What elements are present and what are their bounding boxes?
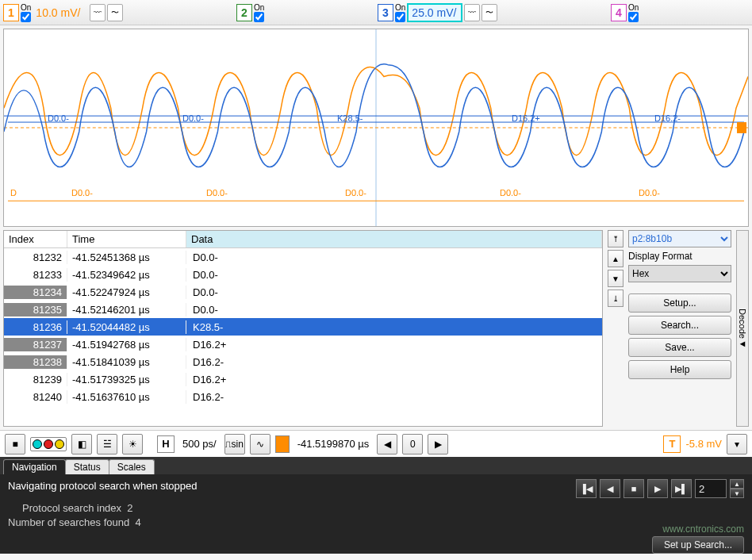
channel-3-impedance-icon[interactable]: 〜 <box>482 4 497 21</box>
table-row[interactable]: 81235-41.52146201 µsD0.0- <box>4 301 602 318</box>
nav-searches-found: Number of searches found 4 <box>8 516 744 530</box>
channel-1-button[interactable]: 1 <box>3 4 19 21</box>
nav-protocol-index: Protocol search index 2 <box>8 501 744 516</box>
display-format-label: Display Format <box>628 251 731 262</box>
channel-1-scale[interactable]: 10.0 mV/ <box>33 6 88 19</box>
cell-data: D16.2- <box>186 390 602 404</box>
decoder-select[interactable]: p2:8b10b <box>628 230 731 247</box>
col-data[interactable]: Data <box>186 231 602 247</box>
trigger-menu-button[interactable]: ▾ <box>727 434 747 455</box>
channel-1-on-label: On <box>21 3 31 12</box>
channel-3-coupling-icon[interactable]: 〰 <box>464 4 480 21</box>
table-row[interactable]: 81239-41.51739325 µsD16.2+ <box>4 370 602 388</box>
channel-1-coupling-icon[interactable]: 〰 <box>90 4 106 21</box>
channel-2-on-checkbox[interactable] <box>254 12 264 22</box>
cell-data: D0.0- <box>186 251 602 264</box>
delay-right-button[interactable]: ▶ <box>428 434 448 455</box>
horizontal-icon[interactable]: H <box>157 435 175 453</box>
run-stop-button[interactable]: ■ <box>5 434 25 455</box>
scroll-bottom-button[interactable]: ⤓ <box>608 290 623 307</box>
waveform-svg <box>4 29 748 226</box>
nav-prev-button[interactable]: ◀ <box>600 479 620 498</box>
nav-first-button[interactable]: ▐◀ <box>576 479 597 498</box>
cell-data: K28.5- <box>186 320 602 334</box>
delay-value[interactable]: -41.5199870 µs <box>294 438 373 450</box>
table-body[interactable]: 81232-41.52451368 µsD0.0-81233-41.523496… <box>4 248 602 426</box>
layers-button[interactable]: ☱ <box>97 434 117 455</box>
channel-1-on-checkbox[interactable] <box>21 12 31 22</box>
col-index[interactable]: Index <box>4 231 67 247</box>
channel-4-button[interactable]: 4 <box>611 4 627 21</box>
help-button[interactable]: Help <box>628 360 731 379</box>
channel-bar: 1 On 10.0 mV/ 〰 〜 2 On 3 On 25.0 mV/ 〰 〜… <box>0 0 752 25</box>
cell-time: -41.52044482 µs <box>67 320 186 334</box>
channel-1-impedance-icon[interactable]: 〜 <box>107 4 123 21</box>
save-button[interactable]: Save... <box>628 338 731 357</box>
cell-index: 81240 <box>4 390 67 404</box>
channel-3-scale[interactable]: 25.0 mV/ <box>407 3 462 22</box>
delay-left-button[interactable]: ◀ <box>377 434 397 455</box>
channel-3-group: 3 On 25.0 mV/ 〰 〜 <box>378 3 497 22</box>
cell-index: 81233 <box>4 268 67 282</box>
trigger-level[interactable]: -5.8 mV <box>685 438 722 450</box>
table-row[interactable]: 81233-41.52349642 µsD0.0- <box>4 266 602 283</box>
cell-index: 81238 <box>4 355 67 369</box>
color-grade-buttons[interactable] <box>30 437 67 451</box>
table-row[interactable]: 81234-41.52247924 µsD0.0- <box>4 283 602 301</box>
trigger-position-icon[interactable] <box>275 435 290 453</box>
cell-index: 81232 <box>4 251 67 264</box>
cell-time: -41.51942768 µs <box>67 338 186 351</box>
channel-2-on-box: On <box>254 3 264 22</box>
nav-index-input[interactable] <box>695 479 727 498</box>
cell-data: D16.2+ <box>186 338 602 351</box>
cell-time: -41.52146201 µs <box>67 303 186 316</box>
channel-2-on-label: On <box>254 3 264 12</box>
channel-4-on-box: On <box>628 3 639 22</box>
persistence-button[interactable]: ◧ <box>71 434 92 455</box>
channel-4-on-checkbox[interactable] <box>628 12 639 22</box>
table-row[interactable]: 81237-41.51942768 µsD16.2+ <box>4 336 602 353</box>
nav-stop-button[interactable]: ■ <box>623 479 644 498</box>
tab-scales[interactable]: Scales <box>109 459 155 474</box>
timebase-mode-a-button[interactable]: ⎍sin <box>224 434 245 455</box>
bottom-toolbar: ■ ◧ ☱ ☀ H 500 ps/ ⎍sin ∿ -41.5199870 µs … <box>0 430 752 457</box>
channel-4-group: 4 On <box>611 3 639 22</box>
col-time[interactable]: Time <box>67 231 186 247</box>
nav-index-up[interactable]: ▲ <box>730 479 744 489</box>
scroll-top-button[interactable]: ⤒ <box>608 230 623 247</box>
timebase-value[interactable]: 500 ps/ <box>179 438 220 450</box>
channel-3-button[interactable]: 3 <box>378 4 393 21</box>
delay-zero-button[interactable]: 0 <box>402 434 423 455</box>
scroll-down-button[interactable]: ▼ <box>608 270 623 287</box>
cell-time: -41.52451368 µs <box>67 251 186 264</box>
scroll-up-button[interactable]: ▲ <box>608 250 623 267</box>
table-row[interactable]: 81236-41.52044482 µsK28.5- <box>4 318 602 336</box>
tab-navigation[interactable]: Navigation <box>3 459 66 474</box>
setup-button[interactable]: Setup... <box>628 293 731 313</box>
table-row[interactable]: 81232-41.52451368 µsD0.0- <box>4 248 602 266</box>
channel-2-button[interactable]: 2 <box>236 4 252 21</box>
nav-last-button[interactable]: ▶▌ <box>671 479 692 498</box>
setup-search-button[interactable]: Set up Search... <box>652 536 744 554</box>
decode-table: Index Time Data 81232-41.52451368 µsD0.0… <box>3 230 603 427</box>
nav-index-down[interactable]: ▼ <box>730 489 744 498</box>
tab-status[interactable]: Status <box>65 459 109 474</box>
nav-next-button[interactable]: ▶ <box>647 479 668 498</box>
table-row[interactable]: 81238-41.51841039 µsD16.2- <box>4 353 602 370</box>
cyan-dot-icon <box>33 439 42 449</box>
cell-index: 81237 <box>4 338 67 351</box>
brightness-button[interactable]: ☀ <box>122 434 143 455</box>
bottom-tabs: Navigation Status Scales <box>0 457 752 474</box>
channel-1-on-box: On <box>21 3 31 22</box>
cell-index: 81236 <box>4 320 67 334</box>
decode-dock-tab[interactable]: Decode ◄ <box>736 230 749 427</box>
search-button[interactable]: Search... <box>628 316 731 335</box>
waveform-display[interactable]: D0.0- D0.0- K28.5- D16.2+ D16.2- D D0.0-… <box>3 29 749 227</box>
display-format-select[interactable]: Hex <box>628 265 731 282</box>
trigger-icon[interactable]: T <box>663 435 681 453</box>
timebase-mode-b-button[interactable]: ∿ <box>250 434 270 455</box>
channel-3-on-checkbox[interactable] <box>395 12 405 22</box>
channel-3-on-box: On <box>395 3 405 22</box>
channel-3-on-label: On <box>395 3 405 12</box>
table-row[interactable]: 81240-41.51637610 µsD16.2- <box>4 388 602 405</box>
